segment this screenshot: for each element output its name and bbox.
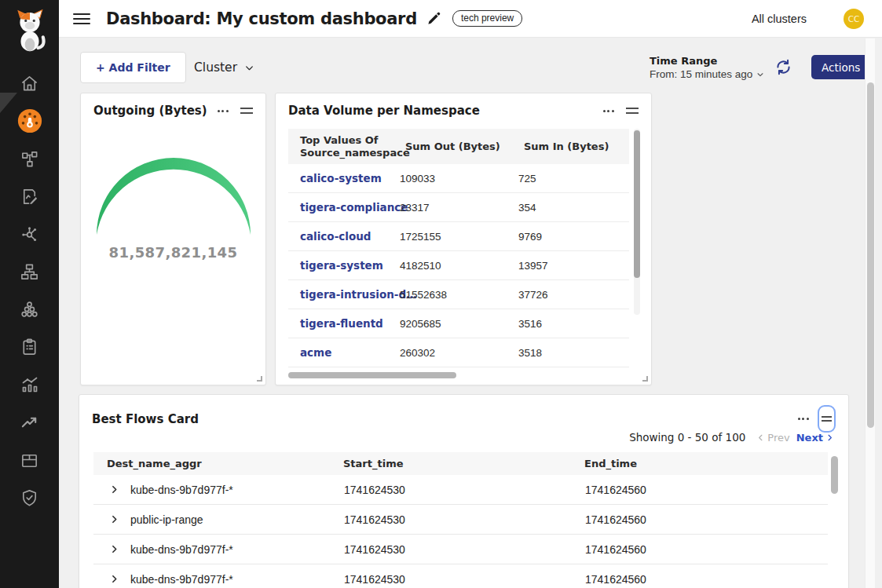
sitemap-icon	[20, 262, 39, 282]
time-range-value: From: 15 minutes ago	[650, 68, 752, 81]
next-label: Next	[796, 432, 823, 444]
namespace-link[interactable]: tigera-fluentd	[288, 317, 393, 330]
table-row: calico-system 109033 725	[288, 164, 629, 193]
sidebar-item-home[interactable]	[0, 64, 59, 102]
namespace-link[interactable]: calico-system	[288, 172, 393, 184]
namespace-link[interactable]: tigera-system	[288, 259, 393, 272]
sidebar-item-dashboard[interactable]	[0, 102, 59, 140]
sum-in-value: 9769	[512, 231, 629, 243]
hamburger-menu-icon[interactable]	[73, 10, 90, 27]
column-header: Sum Out (Bytes)	[393, 136, 512, 158]
expand-row-chevron-icon[interactable]	[109, 514, 119, 524]
sum-in-value: 725	[512, 173, 629, 184]
document-edit-icon	[20, 187, 39, 206]
dest-name: kube-dns-9b7d977f-*	[130, 543, 233, 556]
cluster-dropdown[interactable]: Cluster	[194, 60, 254, 75]
end-time: 1741624560	[571, 543, 828, 556]
dest-name: kube-dns-9b7d977f-*	[130, 484, 233, 496]
start-time: 1741624530	[330, 573, 571, 586]
sum-out-value: 9205685	[393, 318, 512, 330]
sum-in-value: 3518	[512, 347, 629, 359]
sum-in-value: 354	[512, 202, 629, 214]
gauge-arc	[97, 158, 251, 235]
time-range-block: Time Range From: 15 minutes ago	[650, 54, 764, 81]
table-row: kube-dns-9b7d977f-* 1741624530 174162456…	[93, 535, 828, 564]
page-scrollbar[interactable]	[865, 38, 875, 588]
namespace-link[interactable]: tigera-intrusion-d…	[288, 288, 393, 301]
dashboard-gauge-icon	[16, 108, 43, 134]
card-menu-icon[interactable]	[796, 415, 811, 423]
expand-row-chevron-icon[interactable]	[109, 574, 119, 584]
dest-name: kube-dns-9b7d977f-*	[130, 573, 233, 586]
edit-pencil-icon[interactable]	[426, 11, 441, 26]
sum-in-value: 13957	[512, 260, 629, 272]
column-header: Top Values Of Source_namespace	[288, 130, 393, 164]
card-resize-handle[interactable]	[642, 376, 648, 382]
vertical-scrollbar[interactable]	[831, 454, 838, 588]
sidebar-item-policies[interactable]	[0, 140, 59, 177]
policy-tree-icon	[20, 149, 39, 169]
scrollbar-thumb[interactable]	[831, 456, 838, 494]
scrollbar-thumb[interactable]	[288, 372, 456, 378]
dest-name: public-ip-range	[130, 513, 203, 526]
sidebar-item-network-topology[interactable]	[0, 253, 59, 290]
sidebar-item-compliance-reports[interactable]	[0, 328, 59, 366]
chevron-right-icon	[825, 433, 834, 442]
pagination-prev-button[interactable]: Prev	[756, 432, 789, 444]
card-title: Outgoing (Bytes)	[93, 104, 207, 118]
vertical-scrollbar[interactable]	[634, 129, 640, 315]
calico-cat-logo[interactable]	[0, 0, 59, 61]
page-scrollbar-thumb[interactable]	[867, 82, 874, 428]
sum-in-value: 37726	[512, 289, 629, 301]
sum-out-value: 109033	[393, 173, 512, 184]
cluster-scope-selector[interactable]: All clusters	[752, 13, 807, 25]
chevron-left-icon	[756, 433, 765, 442]
stats-chart-icon	[20, 374, 40, 395]
user-avatar[interactable]: CC	[844, 9, 864, 29]
card-title: Best Flows Card	[92, 412, 199, 426]
namespace-link[interactable]: tigera-compliance	[288, 201, 393, 214]
actions-button[interactable]: Actions	[811, 55, 870, 79]
pagination-showing-text: Showing 0 - 50 of 100	[629, 431, 745, 444]
sum-out-value: 1725155	[393, 231, 512, 243]
column-header: Sum In (Bytes)	[512, 136, 629, 158]
time-range-selector[interactable]: From: 15 minutes ago	[650, 68, 764, 81]
end-time: 1741624560	[571, 484, 828, 496]
add-filter-button[interactable]: + Add Filter	[80, 52, 186, 83]
card-drag-handle-icon[interactable]	[626, 105, 639, 117]
sum-out-value: 4182510	[393, 260, 512, 272]
card-drag-handle-focused[interactable]	[818, 405, 836, 433]
namespace-link[interactable]: acme	[288, 346, 393, 359]
refresh-button[interactable]	[774, 58, 792, 76]
pagination-next-button[interactable]: Next	[796, 432, 834, 444]
table-row: tigera-system 4182510 13957	[288, 251, 629, 280]
sidebar-item-service-graph[interactable]	[0, 215, 59, 253]
sidebar-item-packages[interactable]	[0, 441, 59, 479]
end-time: 1741624560	[571, 573, 828, 586]
shield-check-icon	[20, 488, 39, 508]
scrollbar-thumb[interactable]	[634, 130, 640, 278]
main-content: + Add Filter Cluster Time Range From: 15…	[59, 38, 882, 588]
sidebar-item-policy-recommendations[interactable]	[0, 177, 59, 215]
card-resize-handle[interactable]	[257, 376, 262, 382]
card-title: Data Volume per Namespace	[288, 104, 480, 118]
card-drag-handle-icon[interactable]	[240, 105, 253, 117]
gauge-value: 81,587,821,145	[81, 244, 265, 261]
sidebar-item-trends[interactable]	[0, 404, 59, 441]
card-menu-icon[interactable]	[602, 107, 616, 115]
table-header-row: Dest_name_aggr Start_time End_time	[93, 452, 828, 475]
sidebar-item-security[interactable]	[0, 479, 59, 517]
expand-row-chevron-icon[interactable]	[109, 544, 119, 554]
start-time: 1741624530	[330, 543, 571, 556]
namespace-link[interactable]: calico-cloud	[288, 230, 393, 243]
table-row: kube-dns-9b7d977f-* 1741624530 174162456…	[93, 564, 828, 588]
service-hub-icon	[20, 225, 39, 244]
sidebar-item-activity-stats[interactable]	[0, 366, 59, 404]
expand-row-chevron-icon[interactable]	[109, 484, 119, 495]
card-menu-icon[interactable]	[216, 107, 230, 115]
trending-up-icon	[20, 413, 39, 433]
start-time: 1741624530	[330, 513, 571, 526]
horizontal-scrollbar[interactable]	[288, 372, 629, 378]
sidebar-item-clusters[interactable]	[0, 290, 59, 328]
table-row: public-ip-range 1741624530 1741624560	[93, 505, 828, 535]
